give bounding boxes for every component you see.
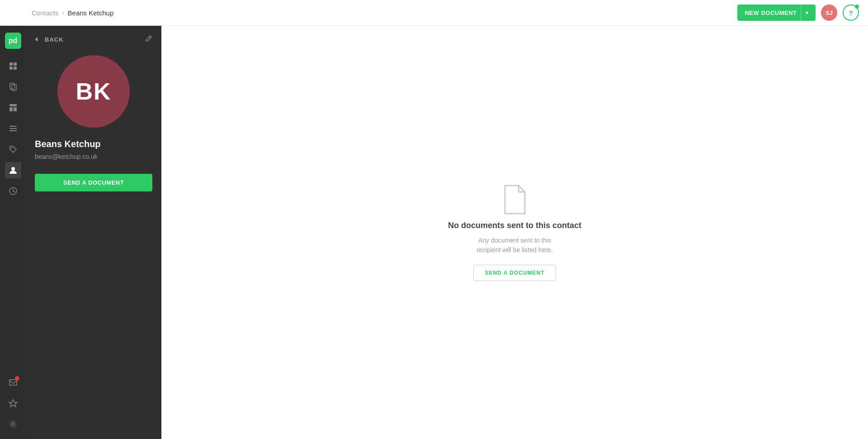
- empty-doc-icon: [501, 184, 528, 215]
- user-avatar-initials: SJ: [826, 10, 833, 16]
- svg-rect-7: [9, 107, 13, 111]
- svg-rect-9: [9, 126, 17, 127]
- empty-state: No documents sent to this contact Any do…: [448, 184, 581, 281]
- panel-header: BACK: [26, 26, 161, 51]
- svg-rect-6: [9, 104, 17, 106]
- nav-icon-templates[interactable]: [5, 100, 21, 116]
- help-button[interactable]: ?: [843, 5, 859, 21]
- new-document-label: NEW DOCUMENT: [745, 10, 797, 16]
- empty-state-subtitle: Any document sent to this recipient will…: [476, 236, 552, 255]
- svg-rect-8: [14, 107, 17, 111]
- svg-point-16: [12, 423, 14, 425]
- contact-initials: BK: [75, 78, 111, 105]
- contact-email: beans@ketchup.co.uk: [26, 153, 161, 174]
- nav-icon-analytics[interactable]: [5, 183, 21, 199]
- contact-avatar: BK: [57, 55, 130, 128]
- header: Contacts › Beans Ketchup NEW DOCUMENT ▾ …: [0, 0, 868, 26]
- edit-icon[interactable]: [145, 35, 152, 44]
- back-label: BACK: [45, 36, 64, 43]
- nav-icon-integrations[interactable]: [5, 395, 21, 411]
- empty-state-line1: Any document sent to this: [478, 237, 551, 244]
- logo-text: pd: [9, 37, 18, 45]
- svg-rect-11: [9, 130, 17, 131]
- new-document-button[interactable]: NEW DOCUMENT ▾: [737, 5, 816, 21]
- back-button[interactable]: BACK: [35, 36, 64, 43]
- side-nav: pd: [0, 26, 26, 439]
- nav-icon-tags[interactable]: [5, 141, 21, 157]
- breadcrumb-chevron-icon: ›: [62, 10, 64, 16]
- svg-rect-10: [9, 128, 17, 129]
- svg-rect-1: [14, 62, 17, 66]
- svg-rect-3: [14, 67, 17, 70]
- svg-rect-4: [10, 83, 14, 89]
- app-logo[interactable]: pd: [5, 33, 21, 49]
- empty-state-title: No documents sent to this contact: [448, 221, 581, 230]
- notification-dot: [855, 5, 859, 9]
- send-document-button-empty[interactable]: SEND A DOCUMENT: [473, 265, 556, 281]
- nav-icon-settings[interactable]: [5, 416, 21, 432]
- svg-rect-0: [9, 62, 13, 66]
- svg-point-12: [11, 148, 12, 149]
- inbox-badge: [15, 376, 19, 381]
- nav-icon-dashboard[interactable]: [5, 58, 21, 74]
- breadcrumb-current: Beans Ketchup: [68, 9, 114, 17]
- header-actions: NEW DOCUMENT ▾ SJ ?: [737, 5, 859, 21]
- main-content: No documents sent to this contact Any do…: [161, 26, 868, 439]
- contact-avatar-wrap: BK: [26, 51, 161, 139]
- nav-icon-documents[interactable]: [5, 79, 21, 95]
- svg-rect-5: [12, 85, 16, 91]
- svg-point-13: [11, 167, 15, 171]
- svg-marker-15: [9, 400, 17, 407]
- contact-name: Beans Ketchup: [26, 139, 161, 153]
- nav-icon-contacts[interactable]: [5, 162, 21, 178]
- contact-panel: BACK BK Beans Ketchup beans@ketchup.co.u…: [26, 26, 161, 439]
- nav-icon-catalog[interactable]: [5, 120, 21, 137]
- user-avatar[interactable]: SJ: [821, 5, 837, 21]
- nav-icon-inbox[interactable]: [5, 374, 21, 391]
- breadcrumb-contacts-link[interactable]: Contacts: [32, 9, 58, 17]
- help-label: ?: [849, 9, 853, 17]
- breadcrumb: Contacts › Beans Ketchup: [0, 9, 113, 17]
- svg-rect-2: [9, 67, 13, 70]
- send-document-button-panel[interactable]: SEND A DOCUMENT: [35, 174, 152, 191]
- empty-state-line2: recipient will be listed here.: [476, 246, 552, 253]
- main-layout: pd: [0, 26, 868, 439]
- new-document-chevron-icon[interactable]: ▾: [801, 5, 809, 21]
